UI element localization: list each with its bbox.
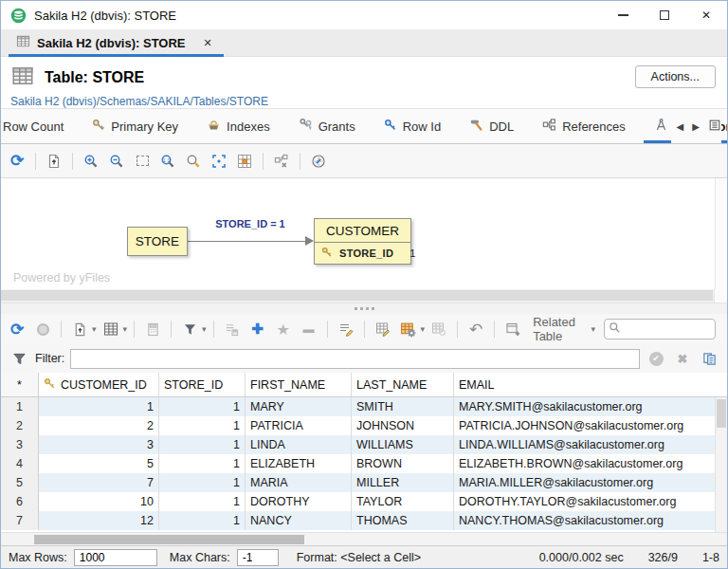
cell-store-id[interactable]: 1 bbox=[159, 397, 246, 416]
cell-customer-id[interactable]: 12 bbox=[39, 511, 159, 530]
column-header-email[interactable]: EMAIL bbox=[454, 373, 727, 396]
cell-store-id[interactable]: 1 bbox=[159, 435, 246, 454]
cell-first-name[interactable]: LINDA bbox=[246, 435, 352, 454]
filter-caret-icon[interactable]: ▾ bbox=[202, 324, 207, 334]
node-customer[interactable]: CUSTOMER STORE_ID 1 bbox=[314, 218, 411, 265]
clear-filter-icon[interactable]: ✖ bbox=[672, 352, 693, 366]
cell-last-name[interactable]: WILLIAMS bbox=[352, 435, 454, 454]
cell-email[interactable]: PATRICIA.JOHNSON@sakilacustomer.org bbox=[454, 416, 727, 435]
grid-horizontal-scrollbar[interactable] bbox=[1, 532, 727, 545]
zoom-in-icon[interactable] bbox=[80, 150, 102, 173]
tab-row-count[interactable]: Row Count bbox=[1, 109, 78, 143]
cell-last-name[interactable]: MILLER bbox=[352, 473, 454, 492]
cell-customer-id[interactable]: 5 bbox=[39, 454, 159, 473]
stop-icon[interactable] bbox=[31, 318, 54, 340]
filter-input[interactable] bbox=[70, 349, 640, 369]
tab-primary-key[interactable]: Primary Key bbox=[78, 109, 192, 143]
undo-icon[interactable]: ↶ bbox=[464, 318, 487, 340]
cell-store-id[interactable]: 1 bbox=[159, 511, 246, 530]
cell-store-id[interactable]: 1 bbox=[159, 492, 246, 511]
grid-search-box[interactable] bbox=[604, 319, 716, 340]
pane-splitter[interactable] bbox=[1, 303, 727, 314]
table-row[interactable]: 2 2 1 PATRICIA JOHNSON PATRICIA.JOHNSON@… bbox=[1, 416, 727, 435]
navigator-settings-icon[interactable] bbox=[307, 150, 330, 173]
delete-row-icon[interactable]: ▬ bbox=[298, 318, 320, 340]
cell-first-name[interactable]: PATRICIA bbox=[246, 416, 352, 435]
export-image-icon[interactable] bbox=[43, 150, 65, 173]
tab-references[interactable]: References bbox=[528, 109, 639, 143]
tab-ddl[interactable]: DDL bbox=[455, 109, 528, 143]
scrollbar-thumb[interactable] bbox=[1, 290, 713, 301]
duplicate-row-icon[interactable]: ★ bbox=[272, 318, 295, 340]
save-edits-icon[interactable] bbox=[221, 318, 244, 340]
scrollbar-thumb[interactable] bbox=[34, 535, 304, 544]
table-row[interactable]: 1 1 1 MARY SMITH MARY.SMITH@sakilacustom… bbox=[1, 397, 727, 416]
apply-filter-icon[interactable]: ✔ bbox=[646, 352, 666, 366]
column-header-store-id[interactable]: STORE_ID bbox=[159, 373, 246, 396]
search-graph-icon[interactable] bbox=[182, 150, 205, 173]
cell-customer-id[interactable]: 2 bbox=[39, 416, 159, 435]
fit-content-icon[interactable] bbox=[208, 150, 230, 173]
table-row[interactable]: 7 12 1 NANCY THOMAS NANCY.THOMAS@sakilac… bbox=[1, 511, 727, 530]
grid-view-caret-icon[interactable]: ▾ bbox=[123, 324, 128, 334]
corner-header[interactable]: * bbox=[1, 373, 39, 396]
cell-email[interactable]: MARIA.MILLER@sakilacustomer.org bbox=[454, 473, 727, 492]
maximize-button[interactable] bbox=[644, 1, 685, 29]
open-in-new-window-icon[interactable] bbox=[501, 318, 524, 340]
cell-email[interactable]: ELIZABETH.BROWN@sakilacustomer.org bbox=[454, 454, 727, 473]
cell-store-id[interactable]: 1 bbox=[159, 473, 246, 492]
table-row[interactable]: 3 3 1 LINDA WILLIAMS LINDA.WILLIAMS@saki… bbox=[1, 435, 727, 454]
node-store[interactable]: STORE bbox=[127, 227, 188, 256]
cell-last-name[interactable]: JOHNSON bbox=[352, 416, 454, 435]
refresh-icon[interactable]: ⟳ bbox=[6, 150, 28, 173]
tab-row-id[interactable]: Row Id bbox=[370, 109, 455, 143]
cell-email[interactable]: LINDA.WILLIAMS@sakilacustomer.org bbox=[454, 435, 727, 454]
copy-filter-icon[interactable] bbox=[699, 352, 719, 366]
cell-customer-id[interactable]: 3 bbox=[39, 435, 159, 454]
table-row[interactable]: 6 10 1 DOROTHY TAYLOR DOROTHY.TAYLOR@sak… bbox=[1, 492, 727, 511]
cell-last-name[interactable]: TAYLOR bbox=[352, 492, 454, 511]
max-chars-input[interactable] bbox=[237, 549, 279, 566]
tab-indexes[interactable]: Indexes bbox=[192, 109, 284, 143]
tab-sakila-store[interactable]: Sakila H2 (dbvis): STORE ✕ bbox=[9, 29, 224, 56]
tab-grants[interactable]: Grants bbox=[284, 109, 370, 143]
cell-last-name[interactable]: THOMAS bbox=[352, 511, 454, 530]
commit-grid-icon[interactable] bbox=[428, 318, 450, 340]
scroll-tabs-right-icon[interactable]: ▶ bbox=[692, 121, 700, 132]
column-header-first-name[interactable]: FIRST_NAME bbox=[246, 373, 352, 396]
cell-first-name[interactable]: MARIA bbox=[246, 473, 352, 492]
export-grid-icon[interactable] bbox=[68, 318, 91, 340]
canvas-vertical-scrollbar[interactable] bbox=[715, 178, 727, 289]
cell-last-name[interactable]: SMITH bbox=[352, 397, 454, 416]
grid-settings-icon[interactable] bbox=[397, 318, 420, 340]
navigator-canvas[interactable]: STORE_ID = 1 STORE CUSTOMER STORE_ID 1 P… bbox=[1, 178, 727, 289]
cell-email[interactable]: NANCY.THOMAS@sakilacustomer.org bbox=[454, 511, 727, 530]
calculator-icon[interactable] bbox=[141, 318, 164, 340]
grid-vertical-scrollbar[interactable] bbox=[715, 397, 727, 532]
edit-cell-grid-icon[interactable] bbox=[372, 318, 394, 340]
zoom-out-icon[interactable] bbox=[105, 150, 128, 173]
edit-rows-icon[interactable] bbox=[335, 318, 357, 340]
column-header-customer-id[interactable]: CUSTOMER_ID bbox=[39, 373, 159, 396]
cell-first-name[interactable]: NANCY bbox=[246, 511, 352, 530]
table-row[interactable]: 4 5 1 ELIZABETH BROWN ELIZABETH.BROWN@sa… bbox=[1, 454, 727, 473]
search-input[interactable] bbox=[621, 322, 711, 336]
insert-row-icon[interactable]: ✚ bbox=[246, 318, 269, 340]
overview-icon[interactable] bbox=[233, 150, 256, 173]
table-row[interactable]: 5 7 1 MARIA MILLER MARIA.MILLER@sakilacu… bbox=[1, 473, 727, 492]
tab-close-icon[interactable]: ✕ bbox=[204, 37, 212, 49]
related-table-dropdown[interactable]: Related Table ▾ bbox=[527, 315, 601, 343]
cell-first-name[interactable]: DOROTHY bbox=[246, 492, 352, 511]
minimize-button[interactable] bbox=[602, 1, 644, 29]
cell-email[interactable]: DOROTHY.TAYLOR@sakilacustomer.org bbox=[454, 492, 727, 511]
cell-first-name[interactable]: MARY bbox=[246, 397, 352, 416]
cell-last-name[interactable]: BROWN bbox=[352, 454, 454, 473]
cell-store-id[interactable]: 1 bbox=[159, 416, 246, 435]
column-header-last-name[interactable]: LAST_NAME bbox=[352, 373, 454, 396]
cell-customer-id[interactable]: 1 bbox=[39, 397, 159, 416]
hide-references-icon[interactable] bbox=[270, 150, 293, 173]
export-caret-icon[interactable]: ▾ bbox=[92, 324, 97, 334]
reload-grid-icon[interactable]: ⟳ bbox=[6, 318, 28, 340]
cell-email[interactable]: MARY.SMITH@sakilacustomer.org bbox=[454, 397, 727, 416]
actions-button[interactable]: Actions... bbox=[635, 65, 716, 88]
